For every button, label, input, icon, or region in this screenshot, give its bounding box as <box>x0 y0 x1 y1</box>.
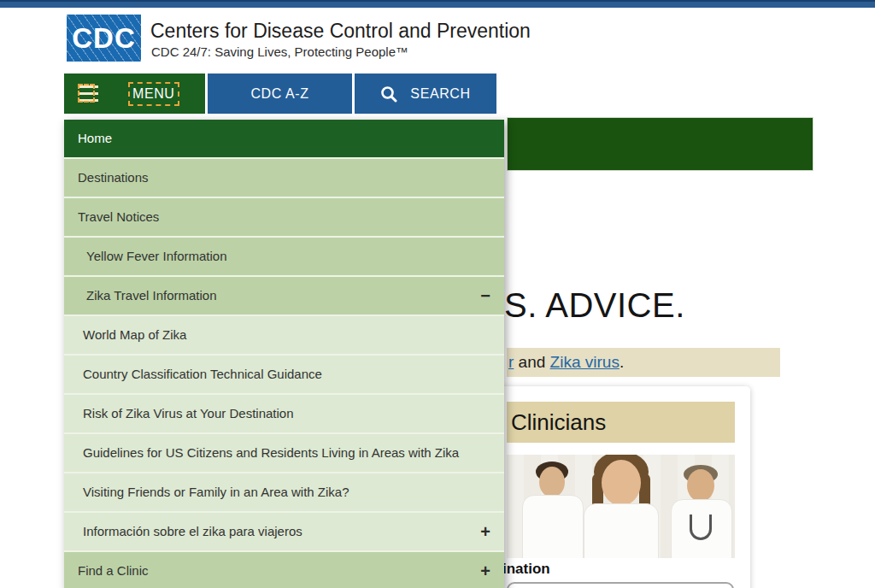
menu-item-yellow-fever[interactable]: Yellow Fever Information <box>64 238 504 277</box>
hero-heading-fragment: S. ADVICE. <box>504 286 685 325</box>
expand-plus-icon[interactable]: + <box>480 562 490 579</box>
cdc-az-button[interactable]: CDC A-Z <box>208 74 352 114</box>
destination-select[interactable] <box>507 582 734 588</box>
menu-item-travel-notices[interactable]: Travel Notices <box>64 198 504 238</box>
clinicians-card-title: Clinicians <box>507 402 735 443</box>
menu-item-world-map-of-zika[interactable]: World Map of Zika <box>64 316 504 356</box>
menu-item-destinations[interactable]: Destinations <box>64 159 504 198</box>
cdc-logo[interactable]: CDC <box>67 15 141 62</box>
menu-item-visiting-friends-family[interactable]: Visiting Friends or Family in an Area wi… <box>64 473 504 513</box>
top-blue-bar <box>0 0 875 8</box>
menu-item-country-classification[interactable]: Country Classification Technical Guidanc… <box>64 356 504 395</box>
menu-dropdown-panel: Home Destinations Travel Notices Yellow … <box>64 120 504 588</box>
search-label: SEARCH <box>410 86 470 102</box>
card-caption-fragment: ination <box>502 561 550 578</box>
clinicians-photo <box>507 455 735 558</box>
site-title: Centers for Disease Control and Preventi… <box>150 20 531 43</box>
menu-item-zika-travel-info[interactable]: Zika Travel Information − <box>64 277 504 316</box>
highlight-period: . <box>620 353 624 372</box>
search-icon <box>380 85 397 103</box>
menu-item-find-a-clinic[interactable]: Find a Clinic + <box>64 552 504 588</box>
menu-item-label: Find a Clinic <box>78 563 149 578</box>
menu-item-label: Zika Travel Information <box>86 288 217 303</box>
menu-button-label: MENU <box>132 86 175 102</box>
menu-item-informacion-zika[interactable]: Información sobre el zika para viajeros … <box>64 513 504 552</box>
menu-item-label: Información sobre el zika para viajeros <box>83 524 302 538</box>
site-tagline: CDC 24/7: Saving Lives, Protecting Peopl… <box>151 44 408 59</box>
clinicians-card: Clinicians ination <box>494 386 750 588</box>
search-button[interactable]: SEARCH <box>355 74 496 114</box>
menu-item-guidelines-us-citizens[interactable]: Guidelines for US Citizens and Residents… <box>64 434 504 473</box>
menu-item-risk-of-zika[interactable]: Risk of Zika Virus at Your Destination <box>64 395 504 434</box>
intro-highlight: r and Zika virus. <box>507 348 780 377</box>
collapse-minus-icon[interactable]: − <box>480 287 490 304</box>
expand-plus-icon[interactable]: + <box>480 523 490 540</box>
menu-button[interactable]: MENU <box>64 74 205 114</box>
primary-nav: MENU CDC A-Z SEARCH <box>64 74 496 114</box>
highlight-text: and <box>514 353 549 372</box>
zika-virus-link[interactable]: Zika virus <box>550 353 620 372</box>
menu-item-home[interactable]: Home <box>64 120 504 159</box>
cdc-az-label: CDC A-Z <box>250 86 308 102</box>
hero-green-band <box>507 117 813 171</box>
hamburger-list-icon <box>78 83 100 105</box>
